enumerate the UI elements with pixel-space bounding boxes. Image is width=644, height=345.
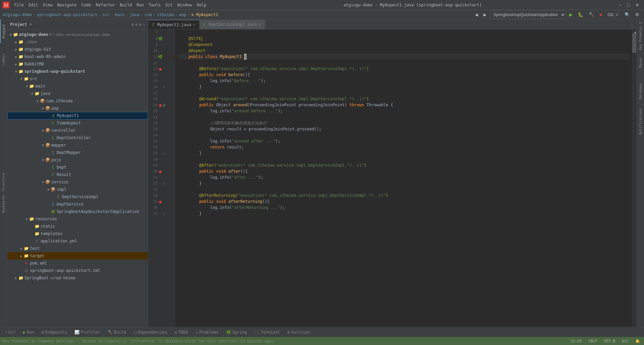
tab-deptserviceimpl[interactable]: C DeptServiceImpl.java ✕ [200, 20, 265, 29]
fold-32[interactable]: ▷ [163, 181, 165, 186]
collapse-icon[interactable]: ≡ [135, 22, 138, 27]
tree-item-iml[interactable]: ⬡ springboot-aop-quickstart.iml [7, 267, 148, 274]
menu-help[interactable]: Help [195, 2, 208, 8]
bottom-tab-profiler[interactable]: 📊 Profiler [71, 329, 104, 336]
build-button[interactable]: 🔨 [587, 11, 596, 18]
tree-item-rabbit[interactable]: ▶ 📁 RabbitMQ [7, 60, 148, 68]
tree-item-src[interactable]: ▼ 📁 src [7, 75, 148, 82]
run-button[interactable]: ▶ [567, 11, 575, 18]
bottom-tab-problems[interactable]: ⚠ Problems [192, 329, 222, 336]
tree-item-mapper[interactable]: ▼ 📦 mapper [7, 141, 148, 149]
right-panel-maven[interactable]: Maven [637, 54, 644, 71]
sidebar-icon-project[interactable]: Project [0, 19, 7, 43]
breadcrumb-com[interactable]: com [145, 12, 152, 17]
bottom-tab-dependencies[interactable]: ⬡ Dependencies [130, 329, 171, 336]
tree-item-bootweb[interactable]: ▶ 📁 boot-web-05-admin [7, 53, 148, 60]
breadcrumb-src[interactable]: src [103, 12, 110, 17]
window-controls[interactable]: − □ ✕ [617, 2, 641, 8]
tree-item-deptserviceimpl[interactable]: C DeptServiceImpl [7, 193, 148, 200]
right-panel-keypromoter[interactable]: Key Promoter X [637, 21, 644, 51]
tree-item-target[interactable]: ▶ 📁 target [7, 252, 148, 260]
tree-item-aop[interactable]: ▼ 📦 aop [7, 105, 148, 112]
tree-item-appyml[interactable]: Y application.yml [7, 237, 148, 245]
menu-git[interactable]: Git [163, 2, 175, 8]
tree-item-git[interactable]: ▶ 📁 atgiugu-Git [7, 46, 148, 53]
search-everywhere[interactable]: 🔍 [623, 11, 632, 18]
status-notifications-icon[interactable]: 🔔 [634, 339, 641, 343]
menu-build[interactable]: Build [118, 2, 134, 8]
menu-run[interactable]: Run [135, 2, 146, 8]
tree-item-timeaspect[interactable]: C TimeAspect [7, 119, 148, 127]
tree-item-root[interactable]: ▼ 📁 atgiugu-demo E:\idea-workspace\atgiu… [7, 31, 148, 38]
sidebar-icon-commit[interactable]: Commit [0, 50, 7, 70]
tab-myaspect1[interactable]: C MyAspect1.java ✕ [148, 20, 200, 29]
tree-item-deptservice[interactable]: I DeptService [7, 200, 148, 208]
menu-navigate[interactable]: Navigate [55, 2, 79, 8]
stop-button[interactable]: ■ [597, 11, 604, 18]
tree-item-springboot[interactable]: ▼ 📁 springboot-aop-quickstart [7, 68, 148, 75]
bottom-tab-git[interactable]: ⑂ Git [1, 329, 19, 336]
back-button[interactable]: ◀ [473, 11, 480, 18]
code-content[interactable]: @Slf4j @Component @Aspect public class M… [175, 30, 632, 327]
breadcrumb-class[interactable]: ⊙ MyAspect1 [192, 12, 218, 17]
tree-item-resources[interactable]: ▼ 📁 resources [7, 215, 148, 223]
panel-header-icons[interactable]: ⊕ ≡ ⚙ − [131, 22, 145, 27]
tab-more-button[interactable]: ⋮ [627, 24, 637, 29]
gutter-debug-19[interactable]: ● [158, 103, 163, 108]
settings-button[interactable]: ⚙ [633, 11, 641, 18]
git-check[interactable]: Git: ✓ [605, 11, 621, 18]
run-config-dropdown[interactable]: SpringbootAopQuickstartApplication [490, 10, 566, 19]
menu-window[interactable]: Window [175, 2, 194, 8]
gutter-debug-35[interactable]: ● [158, 199, 163, 204]
menu-file[interactable]: File [12, 2, 26, 8]
tree-item-springbootcrud[interactable]: ▶ 📁 SpringBoot-crud-heima [7, 274, 148, 282]
tree-item-service[interactable]: ▼ 📦 service [7, 178, 148, 186]
sidebar-icon-structure[interactable]: Structure [0, 170, 7, 194]
menu-tools[interactable]: Tools [147, 2, 163, 8]
tree-item-main[interactable]: ▼ 📁 main [7, 82, 148, 90]
gutter-debug-30[interactable]: ● [158, 169, 163, 174]
tree-item-myaspect1[interactable]: C MyAspect1 [7, 112, 148, 119]
forward-button[interactable]: ▶ [481, 11, 488, 18]
bottom-tab-endpoints[interactable]: ⊞ Endpoints [38, 329, 70, 336]
breadcrumb-root[interactable]: atgiugu-demo [3, 12, 32, 17]
menu-bar[interactable]: File Edit View Navigate Code Refactor Bu… [12, 2, 208, 8]
tab-close-myaspect1[interactable]: ✕ [193, 23, 195, 26]
bottom-tab-run[interactable]: ▶ Run [20, 329, 38, 336]
menu-code[interactable]: Code [79, 2, 93, 8]
sidebar-icon-bookmarks[interactable]: Bookmarks [0, 194, 7, 214]
fold-16[interactable]: ▷ [163, 85, 165, 89]
tree-item-result[interactable]: C Result [7, 171, 148, 178]
editor-scrollbar[interactable]: ▲ [632, 30, 637, 327]
tree-item-templates[interactable]: 📁 templates [7, 230, 148, 237]
bottom-tab-todo[interactable]: ≡ TODO [171, 329, 192, 336]
breadcrumb-module[interactable]: springboot-aop-quickstart [37, 12, 98, 17]
fold-37[interactable]: ▷ [163, 212, 165, 216]
fold-27[interactable]: ▷ [163, 151, 165, 156]
menu-edit[interactable]: Edit [26, 2, 40, 8]
menu-view[interactable]: View [41, 2, 55, 8]
status-line-ending[interactable]: CRLF [587, 339, 599, 343]
scroll-thumb[interactable] [632, 33, 636, 53]
menu-refactor[interactable]: Refactor [94, 2, 117, 8]
status-line-col[interactable]: 11:25 [569, 339, 583, 343]
right-panel-database[interactable]: Database [637, 81, 644, 101]
bottom-tab-spring[interactable]: 🌿 Spring [223, 329, 250, 336]
tree-item-controller[interactable]: ▼ 📦 controller [7, 127, 148, 134]
tab-close-deptserviceimpl[interactable]: ✕ [259, 23, 261, 26]
bottom-tab-terminal[interactable]: ⬛ Terminal [251, 329, 283, 336]
breadcrumb-itheima[interactable]: itheima [157, 12, 174, 17]
minimize-button[interactable]: − [617, 2, 624, 8]
tree-item-test[interactable]: ▶ 📁 test [7, 245, 148, 252]
tree-item-package[interactable]: ▼ 📦 com.itheima [7, 97, 148, 105]
breadcrumb-main[interactable]: main [115, 12, 125, 17]
right-panel-notifications[interactable]: Notifications [637, 108, 644, 135]
tree-item-impl[interactable]: ▼ 📦 impl [7, 186, 148, 193]
debug-button[interactable]: 🐛 [576, 11, 585, 18]
tree-item-idea[interactable]: ▶ 📁 .idea [7, 38, 148, 46]
close-button[interactable]: ✕ [633, 2, 641, 8]
breadcrumb-java[interactable]: java [130, 12, 140, 17]
tree-item-pom[interactable]: M pom.xml [7, 260, 148, 267]
tree-item-pojo[interactable]: ▼ 📦 pojo [7, 156, 148, 164]
bottom-tab-build[interactable]: 🔨 Build [104, 329, 129, 336]
